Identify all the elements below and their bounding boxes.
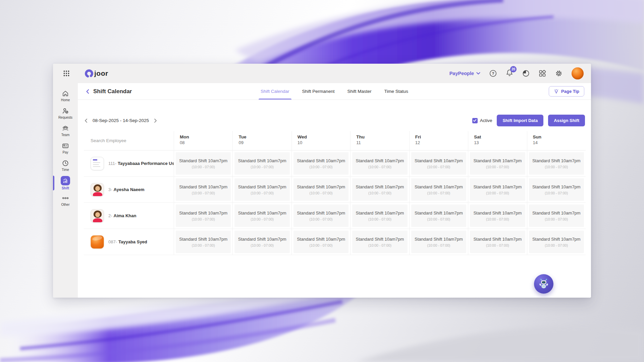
shift-cell[interactable]: Standard Shift 10am7pm(10:00 - 07:00): [350, 150, 409, 177]
prev-week-icon[interactable]: [84, 118, 89, 123]
employee-label: 111-Tayyabaaa Performance User: [108, 161, 178, 166]
shift-chip: Standard Shift 10am7pm(10:00 - 07:00): [411, 178, 466, 201]
employee-cell[interactable]: 087-Tayyaba Syed: [84, 229, 174, 255]
shift-cell[interactable]: Standard Shift 10am7pm(10:00 - 07:00): [350, 203, 409, 229]
shift-title: Standard Shift 10am7pm: [297, 158, 345, 163]
employee-cell[interactable]: 2-Aima Khan: [84, 203, 174, 229]
day-header: Fri12: [409, 131, 468, 150]
shift-cell[interactable]: Standard Shift 10am7pm(10:00 - 07:00): [409, 177, 468, 203]
shift-time: (10:00 - 07:00): [486, 191, 509, 195]
shift-cell[interactable]: Standard Shift 10am7pm(10:00 - 07:00): [409, 203, 468, 229]
shift-cell[interactable]: Standard Shift 10am7pm(10:00 - 07:00): [468, 177, 527, 203]
page-tip-button[interactable]: Page Tip: [549, 86, 584, 97]
theme-contrast-icon[interactable]: [522, 70, 530, 77]
active-checkbox[interactable]: [472, 118, 478, 123]
shift-cell[interactable]: Standard Shift 10am7pm(10:00 - 07:00): [468, 229, 527, 255]
shift-title: Standard Shift 10am7pm: [532, 184, 581, 189]
shift-cell[interactable]: Standard Shift 10am7pm(10:00 - 07:00): [527, 229, 586, 255]
shift-cell[interactable]: Standard Shift 10am7pm(10:00 - 07:00): [350, 229, 409, 255]
shift-cell[interactable]: Standard Shift 10am7pm(10:00 - 07:00): [232, 229, 291, 255]
shift-cell[interactable]: Standard Shift 10am7pm(10:00 - 07:00): [527, 150, 586, 177]
tab-shift-calendar[interactable]: Shift Calendar: [261, 83, 289, 100]
sidebar-item-time[interactable]: Time: [53, 157, 78, 174]
sidebar-item-shift[interactable]: Shift: [53, 174, 78, 192]
shift-title: Standard Shift 10am7pm: [297, 237, 345, 242]
apps-widgets-icon[interactable]: [539, 70, 546, 77]
employee-id: 2-: [108, 213, 112, 218]
tab-time-status[interactable]: Time Status: [384, 83, 408, 100]
shift-cell[interactable]: Standard Shift 10am7pm(10:00 - 07:00): [409, 229, 468, 255]
shift-time: (10:00 - 07:00): [251, 217, 274, 221]
day-name: Sat: [474, 134, 527, 139]
sidebar-item-requests[interactable]: Requests: [53, 105, 78, 122]
assign-shift-button[interactable]: Assign Shift: [548, 115, 585, 126]
chatbot-button[interactable]: [534, 274, 553, 294]
workspace-selector[interactable]: PayPeople: [449, 71, 480, 76]
shift-cell[interactable]: Standard Shift 10am7pm(10:00 - 07:00): [291, 150, 350, 177]
shift-chip: Standard Shift 10am7pm(10:00 - 07:00): [293, 152, 348, 175]
team-icon: [62, 125, 69, 132]
shift-cell[interactable]: Standard Shift 10am7pm(10:00 - 07:00): [291, 203, 350, 229]
shift-time: (10:00 - 07:00): [192, 191, 215, 195]
shift-cell[interactable]: Standard Shift 10am7pm(10:00 - 07:00): [174, 203, 232, 229]
shift-title: Standard Shift 10am7pm: [238, 210, 286, 216]
employee-cell[interactable]: 3-Ayesha Naeem: [84, 177, 174, 203]
toolbar: 08-Sep-2025 - 14-Sep-2025 Active Shift I…: [78, 115, 591, 126]
settings-gear-icon[interactable]: [555, 70, 562, 77]
tab-shift-master[interactable]: Shift Master: [347, 83, 371, 100]
shift-cell[interactable]: Standard Shift 10am7pm(10:00 - 07:00): [174, 229, 232, 255]
home-icon: [62, 90, 69, 97]
day-date: 08: [180, 140, 232, 145]
sidebar: Home Requests Team: [53, 83, 78, 298]
active-filter[interactable]: Active: [472, 118, 492, 123]
search-employee-input[interactable]: [86, 138, 160, 143]
shift-chip: Standard Shift 10am7pm(10:00 - 07:00): [411, 231, 466, 253]
shift-cell[interactable]: Standard Shift 10am7pm(10:00 - 07:00): [291, 229, 350, 255]
shift-cell[interactable]: Standard Shift 10am7pm(10:00 - 07:00): [468, 150, 527, 177]
sidebar-item-team[interactable]: Team: [53, 122, 78, 139]
app-launcher-icon[interactable]: [63, 70, 70, 77]
sidebar-item-pay[interactable]: Pay: [53, 139, 78, 157]
shift-title: Standard Shift 10am7pm: [356, 237, 404, 242]
shift-cell[interactable]: Standard Shift 10am7pm(10:00 - 07:00): [527, 203, 586, 229]
shift-chip: Standard Shift 10am7pm(10:00 - 07:00): [352, 204, 407, 227]
shift-cell[interactable]: Standard Shift 10am7pm(10:00 - 07:00): [468, 203, 527, 229]
next-week-icon[interactable]: [153, 118, 158, 123]
help-icon[interactable]: ?: [489, 70, 497, 77]
shift-cell[interactable]: Standard Shift 10am7pm(10:00 - 07:00): [350, 177, 409, 203]
shift-cell[interactable]: Standard Shift 10am7pm(10:00 - 07:00): [232, 150, 291, 177]
back-chevron-icon[interactable]: [85, 89, 91, 94]
shift-cell[interactable]: Standard Shift 10am7pm(10:00 - 07:00): [232, 177, 291, 203]
shift-cell[interactable]: Standard Shift 10am7pm(10:00 - 07:00): [232, 203, 291, 229]
search-employee-cell: [84, 131, 174, 150]
employee-label: 2-Aima Khan: [108, 213, 136, 218]
shift-title: Standard Shift 10am7pm: [179, 210, 227, 216]
shift-cell[interactable]: Standard Shift 10am7pm(10:00 - 07:00): [174, 150, 232, 177]
shift-chip: Standard Shift 10am7pm(10:00 - 07:00): [176, 178, 231, 201]
day-name: Fri: [415, 134, 468, 139]
active-checkbox-label: Active: [480, 118, 492, 123]
shift-cell[interactable]: Standard Shift 10am7pm(10:00 - 07:00): [409, 150, 468, 177]
shift-time: (10:00 - 07:00): [486, 217, 509, 221]
tab-shift-permanent[interactable]: Shift Permanent: [302, 83, 335, 100]
employee-avatar: [91, 235, 104, 249]
workspace-label: PayPeople: [449, 71, 474, 76]
shift-import-data-button[interactable]: Shift Import Data: [497, 115, 543, 126]
shift-chip: Standard Shift 10am7pm(10:00 - 07:00): [352, 152, 407, 175]
sidebar-item-other[interactable]: Other: [53, 192, 78, 209]
user-avatar[interactable]: [572, 67, 584, 79]
shift-cell[interactable]: Standard Shift 10am7pm(10:00 - 07:00): [527, 177, 586, 203]
shift-title: Standard Shift 10am7pm: [297, 210, 345, 216]
shift-chip: Standard Shift 10am7pm(10:00 - 07:00): [529, 231, 584, 253]
shift-cell[interactable]: Standard Shift 10am7pm(10:00 - 07:00): [174, 177, 232, 203]
sidebar-item-home[interactable]: Home: [53, 87, 78, 105]
shift-time: (10:00 - 07:00): [310, 217, 333, 221]
employee-cell[interactable]: 111-Tayyabaaa Performance User: [84, 150, 174, 177]
shift-cell[interactable]: Standard Shift 10am7pm(10:00 - 07:00): [291, 177, 350, 203]
shift-time: (10:00 - 07:00): [486, 165, 509, 169]
shift-time: (10:00 - 07:00): [310, 191, 333, 195]
page-title: Shift Calendar: [93, 88, 132, 95]
shift-chip: Standard Shift 10am7pm(10:00 - 07:00): [176, 231, 231, 253]
shift-time: (10:00 - 07:00): [251, 165, 274, 169]
shift-chip: Standard Shift 10am7pm(10:00 - 07:00): [411, 152, 466, 175]
